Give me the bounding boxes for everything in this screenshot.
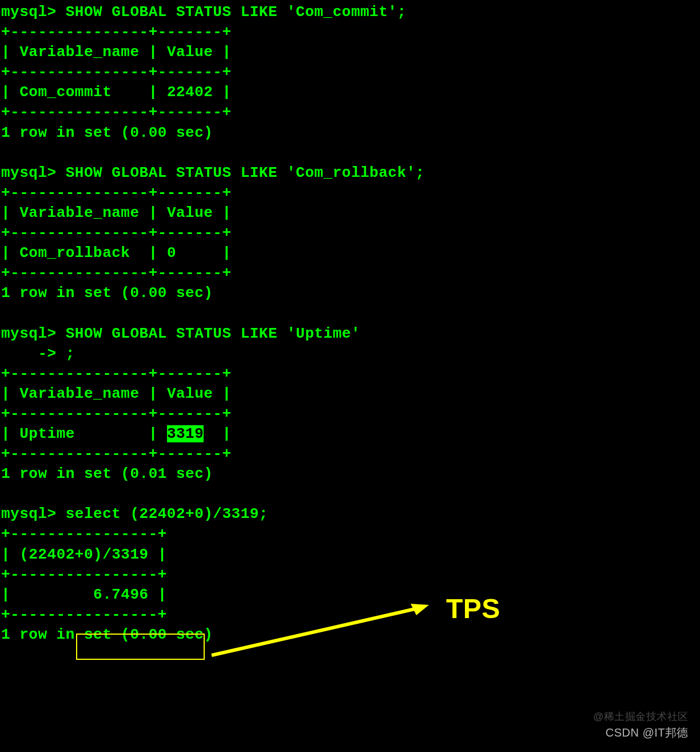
col-header: (22402+0)/3319 xyxy=(19,546,148,563)
watermark-juejin: @稀土掘金技术社区 xyxy=(593,710,689,723)
col-header: Variable_name xyxy=(19,385,139,402)
result-footer: 1 row in set (0.00 sec) xyxy=(1,284,213,302)
col-header: Value xyxy=(167,204,213,221)
col-header: Variable_name xyxy=(19,43,139,61)
prompt: mysql> xyxy=(1,3,66,21)
cell-value: 6.7496 xyxy=(19,586,148,603)
result-footer: 1 row in set (0.01 sec) xyxy=(1,465,213,482)
cell-value: Uptime xyxy=(19,425,139,442)
cell-value: 22402 xyxy=(167,84,213,101)
col-header: Value xyxy=(167,385,213,402)
terminal-output: mysql> SHOW GLOBAL STATUS LIKE 'Com_comm… xyxy=(0,0,700,645)
cell-value: Com_rollback xyxy=(19,244,139,262)
cell-value: 0 xyxy=(167,244,213,262)
watermark-csdn: CSDN @IT邦德 xyxy=(606,725,689,741)
result-footer: 1 row in set (0.00 sec) xyxy=(1,626,213,643)
cell-value: Com_commit xyxy=(19,84,139,101)
cell-value-highlighted: 3319 xyxy=(167,425,204,442)
sql-query: select (22402+0)/3319; xyxy=(66,505,268,523)
continuation: -> ; xyxy=(1,345,75,362)
prompt: mysql> xyxy=(1,505,66,523)
prompt: mysql> xyxy=(1,325,66,342)
result-footer: 1 row in set (0.00 sec) xyxy=(1,124,213,141)
tps-label: TPS xyxy=(446,591,500,628)
sql-query: SHOW GLOBAL STATUS LIKE 'Com_commit'; xyxy=(66,3,407,21)
col-header: Variable_name xyxy=(19,204,139,221)
prompt: mysql> xyxy=(1,164,66,181)
sql-query: SHOW GLOBAL STATUS LIKE 'Com_rollback'; xyxy=(66,164,425,181)
col-header: Value xyxy=(167,43,213,61)
sql-query: SHOW GLOBAL STATUS LIKE 'Uptime' xyxy=(66,325,360,342)
